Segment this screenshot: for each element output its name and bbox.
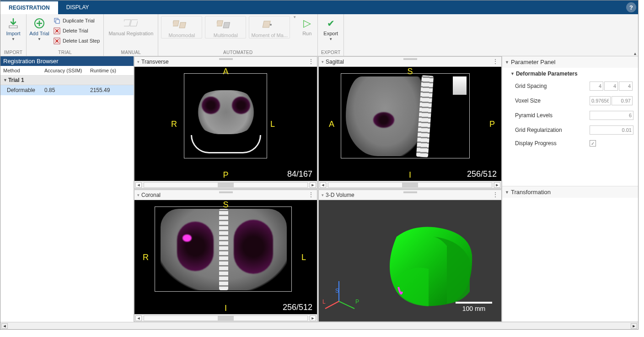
tab-registration[interactable]: REGISTRATION [0,0,58,14]
moment-icon [260,18,279,31]
orient-right: L [301,253,306,262]
delete-last-step-button[interactable]: Delete Last Step [51,36,102,45]
duplicate-trial-button[interactable]: Duplicate Trial [51,16,102,25]
deformable-section[interactable]: ▼ Deformable Parameters [502,68,638,79]
transverse-viewport[interactable]: A P R L 84/167 [134,67,317,181]
orient-left: R [171,120,177,129]
voxel-size-2[interactable] [612,96,633,105]
transverse-scrollbar[interactable]: ◄ ► [134,181,317,188]
sagittal-scrollbar[interactable]: ◄ ► [319,181,501,188]
axis-l: L [322,299,326,305]
registration-browser: Registration Browser Method Accuracy (SS… [0,56,134,322]
drag-grip-icon[interactable] [403,58,417,60]
chevron-down-icon: ▾ [322,193,324,197]
voxel-size-1[interactable] [590,96,611,105]
viewport-grid: ▾ Transverse ⋮ A P R L 84/1 [134,56,502,322]
tab-display[interactable]: DISPLAY [58,0,97,14]
view-title-transverse[interactable]: ▾ Transverse ⋮ [134,57,317,67]
collapse-icon: ▼ [3,78,7,82]
orientation-axes-icon [322,276,359,312]
drag-grip-icon[interactable] [219,58,233,60]
view-title-volume[interactable]: ▾ 3-D Volume ⋮ [319,190,501,200]
coronal-scrollbar[interactable]: ◄ ► [134,314,317,321]
collapse-icon: ▼ [505,190,509,195]
grid-regularization-input[interactable] [590,125,633,135]
group-label-export: EXPORT [320,49,342,56]
manual-registration-icon [124,17,138,30]
orient-top: S [407,67,413,76]
add-trial-button[interactable]: Add Trial ▼ [28,15,50,41]
transformation-header[interactable]: ▼ Transformation [502,186,638,198]
group-label-automated: AUTOMATED [160,49,316,56]
collapse-icon: ▼ [505,60,509,65]
trial-row[interactable]: ▼ Trial 1 [0,76,134,85]
group-label-import: IMPORT [2,49,24,56]
scroll-left-icon[interactable]: ◄ [135,315,142,321]
run-icon: ▷ [300,17,314,30]
grid-spacing-label: Grid Spacing [515,83,590,89]
app-horizontal-scrollbar[interactable]: ◄ ► [0,322,638,329]
grid-spacing-y[interactable] [604,82,618,91]
scroll-right-icon[interactable]: ► [310,315,316,321]
view-title-coronal[interactable]: ▾ Coronal ⋮ [134,190,317,200]
volume-viewport[interactable]: S P L 100 mm [319,200,501,321]
view-menu-icon[interactable]: ⋮ [492,191,499,198]
chevron-down-icon: ▼ [38,37,41,41]
automated-dropdown[interactable]: ▼ [293,15,296,19]
help-icon[interactable]: ? [626,2,636,12]
view-menu-icon[interactable]: ⋮ [492,58,499,65]
view-menu-icon[interactable]: ⋮ [308,191,314,198]
svg-rect-5 [124,20,131,26]
display-progress-checkbox[interactable]: ✓ [590,140,596,147]
trial-step-row[interactable]: Deformable 0.85 2155.49 [0,85,134,95]
view-menu-icon[interactable]: ⋮ [308,58,314,65]
scroll-right-icon[interactable]: ► [631,323,637,329]
pyramid-levels-label: Pyramid Levels [515,112,590,119]
group-label-trial: TRIAL [28,49,102,56]
chevron-down-icon: ▾ [137,60,140,64]
multimodal-button[interactable]: Multimodal [205,16,246,38]
drag-grip-icon[interactable] [219,191,233,193]
voxel-size-label: Voxel Size [515,98,590,104]
moment-of-mass-button[interactable]: Moment of Ma... [249,16,290,38]
add-trial-icon [32,17,46,30]
delete-trial-button[interactable]: Delete Trial [51,26,102,35]
drag-grip-icon[interactable] [403,191,417,193]
manual-registration-button[interactable]: Manual Registration [106,15,156,36]
axis-s: S [335,288,339,294]
slice-counter: 256/512 [467,169,497,179]
volume-rendering [378,223,479,310]
collapse-toolstrip-icon[interactable]: ▴ [634,51,636,56]
chevron-down-icon: ▾ [137,193,140,197]
pyramid-levels-input[interactable] [590,111,633,120]
orient-bottom: I [409,170,411,180]
grid-spacing-z[interactable] [619,82,633,91]
orient-top: S [223,200,228,210]
scroll-left-icon[interactable]: ◄ [135,182,142,188]
scroll-left-icon[interactable]: ◄ [320,182,326,188]
scroll-right-icon[interactable]: ► [310,182,316,188]
run-button[interactable]: ▷ Run [298,15,316,36]
monomodal-icon [172,18,191,31]
coronal-viewport[interactable]: S I R L 256/512 [134,200,317,314]
scroll-right-icon[interactable]: ► [494,182,500,188]
monomodal-button[interactable]: Monomodal [161,16,202,38]
orient-bottom: P [223,170,228,180]
export-button[interactable]: ✔ Export ▼ [320,15,342,41]
chevron-down-icon: ▼ [329,37,333,41]
orient-left: A [329,120,334,129]
scroll-left-icon[interactable]: ◄ [1,323,8,329]
view-title-sagittal[interactable]: ▾ Sagittal ⋮ [319,57,501,67]
browser-columns: Method Accuracy (SSIM) Runtime (s) [0,66,134,76]
duplicate-icon [53,17,60,24]
slice-counter: 256/512 [283,303,312,312]
orient-right: P [489,120,495,129]
browser-title: Registration Browser [0,56,134,66]
parameter-panel-header[interactable]: ▼ Parameter Panel [502,56,638,68]
delete-trial-icon [53,27,60,34]
sagittal-viewport[interactable]: S I A P 256/512 [319,67,501,181]
export-icon: ✔ [324,17,338,30]
import-button[interactable]: Import ▼ [2,15,24,41]
grid-spacing-x[interactable] [590,82,603,91]
slice-counter: 84/167 [287,169,312,179]
